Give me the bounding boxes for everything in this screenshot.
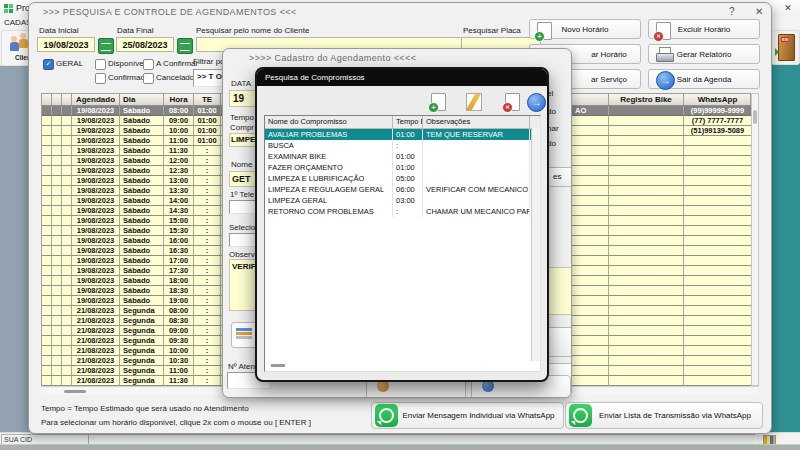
exit-arrow-icon xyxy=(656,71,675,90)
header-hora: Hora xyxy=(164,94,194,105)
help-button[interactable]: ? xyxy=(729,6,735,18)
whatsapp-lista-label: Enviar Lista de Transmissão via WhatsApp xyxy=(566,411,762,420)
header-te: TE xyxy=(194,94,221,105)
tempo-label: Tempo xyxy=(230,113,254,122)
excluir-horario-label: Excluir Horário xyxy=(678,25,730,34)
compromissos-dialog: Pesquisa de Compromissos Nome do Comprom… xyxy=(255,67,549,382)
compromisso-label: Compr xyxy=(230,123,254,132)
delete-compromisso-icon[interactable] xyxy=(505,93,520,111)
whatsapp-icon xyxy=(375,404,398,427)
header-observacoes: Observações xyxy=(423,116,530,128)
compromisso-row[interactable]: AVALIAR PROBLEMAS 01:00 TEM QUE RESERVAR xyxy=(265,129,540,140)
scrollbar-thumb[interactable] xyxy=(753,110,757,124)
novo-horario-button[interactable]: Novo Horário xyxy=(529,19,641,39)
gerar-relatorio-label: Gerar Relatório xyxy=(677,50,732,59)
compromissos-dialog-title: Pesquisa de Compromissos xyxy=(257,69,547,86)
novo-horario-label: Novo Horário xyxy=(561,25,608,34)
calendar-icon[interactable] xyxy=(177,38,193,54)
close-dialog-arrow-icon[interactable] xyxy=(527,93,546,112)
header-dia: Dia xyxy=(120,94,164,105)
gerar-relatorio-button[interactable]: Gerar Relatório xyxy=(648,44,760,64)
compromisso-value: LIMPE xyxy=(231,135,255,144)
checkbox-disponivel-label: Disponível xyxy=(108,59,145,68)
header-tempo: Tempo E xyxy=(393,116,423,128)
cliente-search-label: Pesquisar pelo nome do Cliente xyxy=(196,26,309,35)
exit-arrow-icon xyxy=(775,48,783,56)
compromissos-rows: AVALIAR PROBLEMAS 01:00 TEM QUE RESERVAR… xyxy=(265,129,540,217)
clipped-button[interactable]: es xyxy=(547,167,572,187)
compromisso-row[interactable]: LIMPEZA GERAL 03:00 xyxy=(265,195,540,206)
header-whatsapp: WhatsApp xyxy=(684,94,752,105)
data-inicial-label: Data Inicial xyxy=(39,26,79,35)
footer-hint-tempo: Tempo = Tempo Estimado que será usado no… xyxy=(41,404,249,413)
whatsapp-lista-button[interactable]: Enviar Lista de Transmissão via WhatsApp xyxy=(565,402,763,429)
servico-label: ar Serviço xyxy=(591,75,627,84)
checkbox-disponivel[interactable] xyxy=(95,59,106,70)
whatsapp-icon xyxy=(569,404,592,427)
header-nome: Nome do Compromisso xyxy=(265,116,393,128)
compromissos-list: Nome do Compromisso Tempo E Observações … xyxy=(264,115,541,372)
add-compromisso-icon[interactable] xyxy=(431,93,446,111)
alterar-horario-label: ar Horário xyxy=(591,50,627,59)
main-close-button[interactable]: ✕ xyxy=(780,1,796,15)
sair-agenda-label: Sair da Agenda xyxy=(677,75,732,84)
compromisso-row[interactable]: LIMPEZA E REGULAGEM GERAL 06:00 VERIFICA… xyxy=(265,184,540,195)
data-value: 19 xyxy=(233,93,244,104)
close-button[interactable]: ✕ xyxy=(755,6,763,18)
placa-search-label: Pesquisar Placa xyxy=(463,26,521,35)
list-rows-icon xyxy=(236,328,252,340)
compromisso-row[interactable]: FAZER ORÇAMENTO 01:00 xyxy=(265,162,540,173)
table-vertical-scrollbar[interactable] xyxy=(751,93,759,386)
taskbar-strip xyxy=(0,444,800,450)
clipped-yellow-field[interactable] xyxy=(545,267,572,315)
checkbox-geral-label: GERAL xyxy=(56,59,83,68)
agenda-window-title: >>> PESQUISA E CONTROLE DE AGENDAMENTOS … xyxy=(43,7,297,17)
compromisso-row[interactable]: EXAMINAR BIKE 01:00 xyxy=(265,151,540,162)
excluir-horario-button[interactable]: Excluir Horário xyxy=(648,19,760,39)
header-registro-bike: Registro Bike xyxy=(609,94,684,105)
exit-toolbar-button[interactable]: EXI xyxy=(771,30,800,65)
exit-sign-label: EXI xyxy=(781,37,789,42)
compromisso-row[interactable]: LIMPEZA E LUBRIFICAÇÃO 05:00 xyxy=(265,173,540,184)
whatsapp-individual-label: Enviar Mensagem Individual via WhatsApp xyxy=(372,411,563,420)
sair-agenda-button[interactable]: Sair da Agenda xyxy=(648,69,760,89)
add-document-icon xyxy=(537,22,552,40)
data-final-label: Data Final xyxy=(117,26,153,35)
compromissos-header: Nome do Compromisso Tempo E Observações xyxy=(265,116,540,129)
edit-compromisso-icon[interactable] xyxy=(466,93,482,111)
checkbox-geral[interactable] xyxy=(43,59,54,70)
cadastro-window-title: >>>> Cadastro do Agendamento <<<< xyxy=(249,53,416,63)
checkbox-confirmado[interactable] xyxy=(95,73,106,84)
checkbox-aconfirmar-label: A Confirmar xyxy=(156,59,198,68)
data-inicial-input[interactable] xyxy=(37,37,95,52)
footer-hint-selecionar: Para selecionar um horário disponível, c… xyxy=(41,418,311,427)
app-logo-icon xyxy=(4,4,8,8)
list-vertical-scrollbar[interactable] xyxy=(531,128,540,361)
data-label: DATA xyxy=(231,79,251,88)
telefone-label: 1º Tele xyxy=(230,190,254,199)
compromisso-row[interactable]: BUSCA : xyxy=(265,140,540,151)
observacao-value: VERIF xyxy=(232,262,256,271)
header-agendado: Agendado xyxy=(72,94,120,105)
calendar-icon[interactable] xyxy=(98,38,114,54)
printer-icon xyxy=(656,47,672,62)
data-final-input[interactable] xyxy=(116,37,174,52)
compromisso-row[interactable]: RETORNO COM PROBLEMAS : CHAMAR UM MECANI… xyxy=(265,206,540,217)
nome-value: GET xyxy=(232,174,251,184)
exit-door-icon: EXI xyxy=(778,34,795,61)
delete-document-icon xyxy=(656,22,671,40)
nome-label: Nome xyxy=(231,160,252,169)
scrollbar-thumb[interactable] xyxy=(64,390,86,393)
mdi-background xyxy=(770,62,800,444)
whatsapp-individual-button[interactable]: Enviar Mensagem Individual via WhatsApp xyxy=(371,402,564,429)
checkbox-aconfirmar[interactable] xyxy=(143,59,154,70)
list-horizontal-scrollbar-thumb[interactable] xyxy=(271,364,285,367)
checkbox-cancelados[interactable] xyxy=(143,73,154,84)
checkbox-cancelados-label: Cancelados xyxy=(156,73,198,82)
